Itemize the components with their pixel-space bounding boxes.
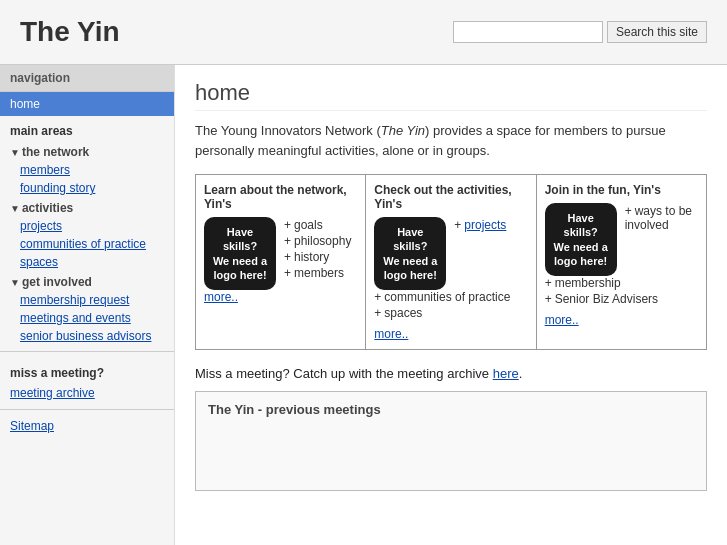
col3-more-link[interactable]: more.. <box>545 313 698 327</box>
col1-logo: Haveskills?We need alogo here! <box>204 217 276 290</box>
info-col-2: Check out the activities, Yin's Haveskil… <box>366 175 536 350</box>
site-title: The Yin <box>20 16 120 48</box>
sidebar-home-link[interactable]: home <box>0 92 174 116</box>
arrow-icon: ▼ <box>10 147 20 158</box>
col1-heading: Learn about the network, Yin's <box>204 183 357 211</box>
sidebar-item-senior-business-advisors[interactable]: senior business advisors <box>0 327 174 345</box>
col3-heading: Join in the fun, Yin's <box>545 183 698 197</box>
main-layout: navigation home main areas ▼ the network… <box>0 65 727 545</box>
sidebar-group-network: ▼ the network <box>0 141 174 161</box>
header: The Yin Search this site <box>0 0 727 65</box>
meetings-box: The Yin - previous meetings <box>195 391 707 491</box>
meetings-box-title: The Yin - previous meetings <box>208 402 694 417</box>
intro-italic: The Yin <box>381 123 425 138</box>
col2-content: Haveskills?We need alogo here! projects … <box>374 217 527 341</box>
sidebar-main-areas-label: main areas <box>0 116 174 141</box>
arrow-icon-2: ▼ <box>10 203 20 214</box>
sidebar-miss-label: miss a meeting? <box>0 358 174 383</box>
sidebar-item-membership-request[interactable]: membership request <box>0 291 174 309</box>
sidebar-archive-link[interactable]: meeting archive <box>0 383 174 403</box>
meeting-text-pre: Miss a meeting? Catch up with the meetin… <box>195 366 493 381</box>
sidebar-item-communities[interactable]: communities of practice <box>0 235 174 253</box>
col2-item-spaces: spaces <box>374 305 527 321</box>
sidebar-group-get-involved: ▼ get involved <box>0 271 174 291</box>
intro-paragraph: The Young Innovators Network (The Yin) p… <box>195 121 707 160</box>
meeting-archive-link[interactable]: here <box>493 366 519 381</box>
page-title: home <box>195 80 707 111</box>
sidebar-item-members[interactable]: members <box>0 161 174 179</box>
sidebar: navigation home main areas ▼ the network… <box>0 65 175 545</box>
group-get-involved-label: get involved <box>22 275 92 289</box>
sidebar-item-founding-story[interactable]: founding story <box>0 179 174 197</box>
col2-heading: Check out the activities, Yin's <box>374 183 527 211</box>
col2-more-link[interactable]: more.. <box>374 327 527 341</box>
meeting-text-post: . <box>519 366 523 381</box>
group-network-label: the network <box>22 145 89 159</box>
sidebar-item-spaces[interactable]: spaces <box>0 253 174 271</box>
arrow-icon-3: ▼ <box>10 277 20 288</box>
projects-link[interactable]: projects <box>464 218 506 232</box>
col3-logo: Haveskills?We need alogo here! <box>545 203 617 276</box>
sidebar-nav-label: navigation <box>0 65 174 92</box>
search-input[interactable] <box>453 21 603 43</box>
sidebar-sitemap-link[interactable]: Sitemap <box>0 416 174 436</box>
info-col-1: Learn about the network, Yin's Haveskill… <box>196 175 366 350</box>
info-col-3: Join in the fun, Yin's Haveskills?We nee… <box>536 175 706 350</box>
col3-content: Haveskills?We need alogo here! ways to b… <box>545 203 698 327</box>
sidebar-divider-1 <box>0 351 174 352</box>
sidebar-divider-2 <box>0 409 174 410</box>
search-button[interactable]: Search this site <box>607 21 707 43</box>
col2-logo: Haveskills?We need alogo here! <box>374 217 446 290</box>
sidebar-group-activities: ▼ activities <box>0 197 174 217</box>
sidebar-item-meetings-events[interactable]: meetings and events <box>0 309 174 327</box>
col1-more-link[interactable]: more.. <box>204 290 357 304</box>
intro-part1: The Young Innovators Network ( <box>195 123 381 138</box>
search-area: Search this site <box>453 21 707 43</box>
col3-item-senior-biz: Senior Biz Advisers <box>545 291 698 307</box>
meeting-archive-line: Miss a meeting? Catch up with the meetin… <box>195 366 707 381</box>
sidebar-item-projects[interactable]: projects <box>0 217 174 235</box>
info-table: Learn about the network, Yin's Haveskill… <box>195 174 707 350</box>
group-activities-label: activities <box>22 201 73 215</box>
content-area: home The Young Innovators Network (The Y… <box>175 65 727 545</box>
col1-content: Haveskills?We need alogo here! goals phi… <box>204 217 357 304</box>
